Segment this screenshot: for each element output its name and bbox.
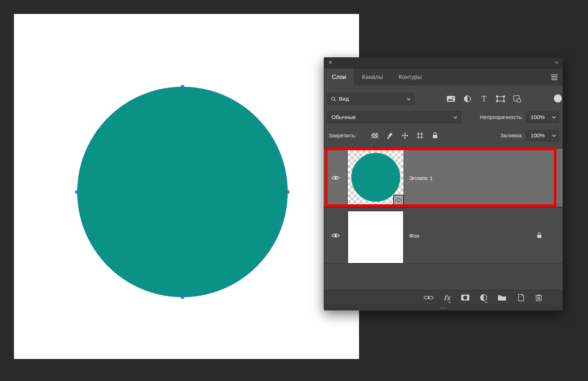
search-icon	[331, 97, 336, 102]
close-icon[interactable]: ✕	[328, 60, 333, 65]
tab-layers[interactable]: Слои	[324, 68, 354, 86]
panel-tabs: Слои Каналы Контуры	[324, 68, 563, 86]
new-layer-icon[interactable]	[516, 292, 525, 303]
opacity-field[interactable]: 100%	[526, 112, 559, 123]
selection-handle-right[interactable]	[286, 190, 289, 194]
tab-channels[interactable]: Каналы	[354, 68, 391, 86]
layer-row-ellipse[interactable]: Эллипс 1	[324, 149, 563, 206]
layer-filter-value: Вид	[339, 93, 349, 104]
filter-icon-bar: T	[446, 93, 522, 105]
panel-footer: fx	[324, 290, 563, 305]
panel-bottom-strip	[324, 305, 563, 310]
lock-artboard-icon[interactable]	[416, 132, 424, 139]
opacity-label: Непрозрачность:	[480, 111, 523, 123]
panel-menu-icon[interactable]	[551, 74, 558, 80]
lock-transparency-icon[interactable]	[371, 133, 379, 138]
layer-row-background[interactable]: Фон	[324, 208, 563, 264]
visibility-cell[interactable]	[324, 208, 347, 263]
new-group-icon[interactable]	[497, 292, 507, 303]
vector-mask-badge[interactable]	[393, 195, 404, 205]
visibility-cell[interactable]	[324, 149, 347, 206]
layer-name[interactable]: Фон	[409, 233, 419, 239]
blend-mode-value: Обычные	[331, 112, 356, 123]
fx-label: fx	[444, 294, 450, 302]
link-layers-icon[interactable]	[424, 292, 433, 303]
fill-field[interactable]: 100%	[526, 130, 559, 141]
lock-pixels-icon[interactable]	[386, 132, 394, 139]
delete-layer-icon[interactable]	[534, 292, 544, 303]
layer-thumbnail[interactable]	[348, 150, 404, 205]
opacity-dropdown-button[interactable]	[549, 112, 559, 122]
layer-name[interactable]: Эллипс 1	[409, 175, 433, 181]
opacity-value[interactable]: 100%	[526, 112, 549, 122]
lock-all-icon[interactable]	[431, 132, 439, 139]
selection-handle-bottom[interactable]	[181, 295, 184, 299]
panel-header: ✕ «	[324, 58, 563, 68]
eye-icon[interactable]	[331, 233, 340, 238]
layer-lock-icon[interactable]	[537, 232, 542, 239]
pixel-layer-filter-icon[interactable]	[446, 95, 456, 103]
shape-layer-filter-icon[interactable]	[496, 96, 505, 102]
lock-icon-bar	[371, 130, 439, 141]
layers-panel: ✕ « Слои Каналы Контуры Вид	[324, 57, 563, 310]
add-mask-icon[interactable]	[460, 292, 470, 303]
chevron-down-icon	[406, 98, 411, 101]
eye-icon[interactable]	[331, 175, 340, 181]
fill-value[interactable]: 100%	[526, 130, 549, 141]
filter-toggle[interactable]	[554, 94, 562, 103]
fill-dropdown-button[interactable]	[549, 130, 559, 141]
tab-paths[interactable]: Контуры	[391, 68, 430, 86]
smart-object-filter-icon[interactable]	[512, 95, 522, 103]
layer-filter-select[interactable]: Вид	[327, 93, 415, 105]
new-adjustment-icon[interactable]	[479, 292, 488, 303]
ellipse-shape[interactable]	[77, 87, 288, 297]
chevron-down-icon	[453, 116, 458, 119]
resize-grip[interactable]	[440, 307, 447, 309]
selection-handle-left[interactable]	[75, 190, 79, 194]
lock-label: Закрепить:	[329, 130, 356, 141]
menu-indicator	[448, 302, 451, 303]
menu-indicator	[485, 302, 488, 303]
layer-style-icon[interactable]: fx	[442, 292, 452, 303]
layer-thumbnail[interactable]	[348, 211, 404, 263]
blend-mode-select[interactable]: Обычные	[327, 111, 461, 123]
fill-label: Заливка:	[500, 130, 523, 141]
workspace: ✕ « Слои Каналы Контуры Вид	[0, 0, 588, 381]
collapse-icon[interactable]: «	[555, 59, 558, 65]
canvas[interactable]	[14, 14, 359, 359]
selection-handle-top[interactable]	[181, 85, 184, 89]
type-layer-filter-icon[interactable]: T	[479, 95, 489, 103]
lock-position-icon[interactable]	[401, 132, 409, 139]
adjustment-layer-filter-icon[interactable]	[463, 95, 472, 103]
